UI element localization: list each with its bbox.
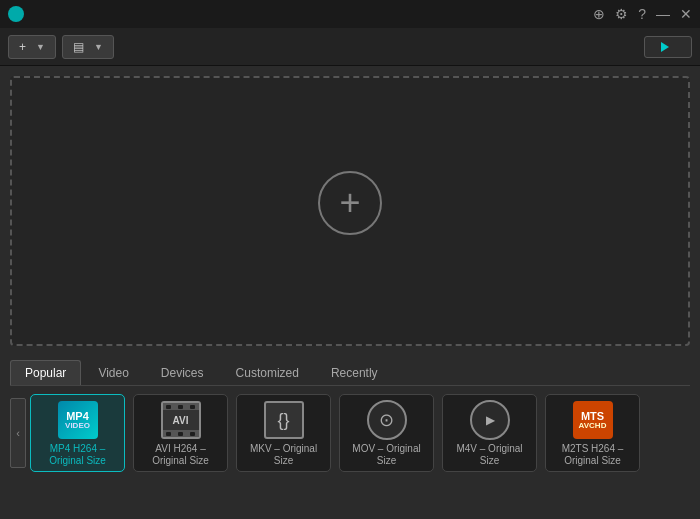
format-card-mkv[interactable]: {} MKV – Original Size xyxy=(236,394,331,472)
format-cards-container: MP4VIDEO MP4 H264 – Original Size AVI AV… xyxy=(30,394,690,472)
add-media-button[interactable]: + ▼ xyxy=(8,35,56,59)
mp4-icon: MP4VIDEO xyxy=(56,399,100,441)
app-logo xyxy=(8,6,24,22)
tab-customized[interactable]: Customized xyxy=(221,360,314,385)
tab-recently[interactable]: Recently xyxy=(316,360,393,385)
mkv-icon: {} xyxy=(262,399,306,441)
minimize-button[interactable]: — xyxy=(656,7,670,21)
format-carousel: ‹ MP4VIDEO MP4 H264 – Original Size AVI … xyxy=(10,386,690,480)
play-icon xyxy=(661,42,669,52)
format-card-label: MKV – Original Size xyxy=(241,443,326,467)
format-card-avi[interactable]: AVI AVI H264 – Original Size xyxy=(133,394,228,472)
output-format-dropdown-icon: ▼ xyxy=(94,42,103,52)
format-card-mts[interactable]: MTSAVCHD M2TS H264 – Original Size xyxy=(545,394,640,472)
format-card-mov[interactable]: ⊙ MOV – Original Size xyxy=(339,394,434,472)
add-media-dropdown-icon: ▼ xyxy=(36,42,45,52)
m4v-icon: ▶ xyxy=(468,399,512,441)
tab-video[interactable]: Video xyxy=(83,360,143,385)
title-bar: ⊕ ⚙ ? — ✕ xyxy=(0,0,700,28)
format-card-label: MP4 H264 – Original Size xyxy=(35,443,120,467)
format-card-label: M2TS H264 – Original Size xyxy=(550,443,635,467)
tab-devices[interactable]: Devices xyxy=(146,360,219,385)
mts-icon: MTSAVCHD xyxy=(571,399,615,441)
drop-zone[interactable]: + xyxy=(10,76,690,346)
format-tab-bar: PopularVideoDevicesCustomizedRecently xyxy=(10,356,690,386)
output-format-button[interactable]: ▤ ▼ xyxy=(62,35,114,59)
format-card-mp4[interactable]: MP4VIDEO MP4 H264 – Original Size xyxy=(30,394,125,472)
toolbar-left: + ▼ ▤ ▼ xyxy=(8,35,114,59)
format-card-label: MOV – Original Size xyxy=(344,443,429,467)
title-bar-left xyxy=(8,6,30,22)
close-button[interactable]: ✕ xyxy=(680,7,692,21)
mov-icon: ⊙ xyxy=(365,399,409,441)
plus-icon: + xyxy=(19,40,26,54)
output-format-icon: ▤ xyxy=(73,40,84,54)
toolbar: + ▼ ▤ ▼ xyxy=(0,28,700,66)
format-section: PopularVideoDevicesCustomizedRecently ‹ … xyxy=(0,356,700,480)
format-card-label: M4V – Original Size xyxy=(447,443,532,467)
format-card-label: AVI H264 – Original Size xyxy=(138,443,223,467)
tab-popular[interactable]: Popular xyxy=(10,360,81,385)
carousel-left-arrow[interactable]: ‹ xyxy=(10,398,26,468)
help-icon[interactable]: ? xyxy=(638,7,646,21)
add-icon: + xyxy=(318,171,382,235)
start-convert-button[interactable] xyxy=(644,36,692,58)
settings-icon[interactable]: ⚙ xyxy=(615,7,628,21)
title-bar-controls: ⊕ ⚙ ? — ✕ xyxy=(593,7,692,21)
format-card-m4v[interactable]: ▶ M4V – Original Size xyxy=(442,394,537,472)
pin-icon[interactable]: ⊕ xyxy=(593,7,605,21)
avi-icon: AVI xyxy=(159,399,203,441)
